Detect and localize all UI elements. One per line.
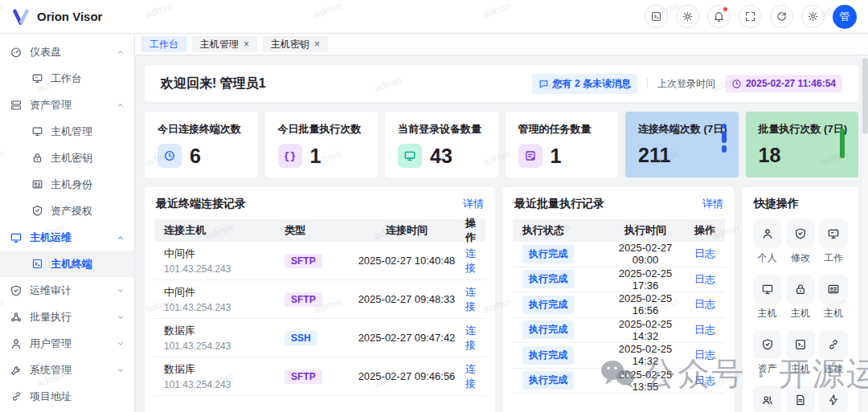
last-login-time-badge: 2025-02-27 11:46:54: [725, 75, 842, 92]
link-icon: [10, 390, 23, 403]
tab-host-management[interactable]: 主机管理 ×: [192, 36, 257, 52]
connect-link[interactable]: 连接: [465, 363, 476, 390]
quick-action-files[interactable]: 文件: [785, 385, 815, 412]
refresh-icon[interactable]: [770, 5, 793, 28]
batch-records-card: 最近批量执行记录 详情 执行状态 执行时间 操作 执行完成 2025-02-27…: [503, 187, 735, 412]
file-icon: [786, 385, 815, 412]
stat-card-managed-tasks: 管理的任务数量 1: [506, 112, 619, 177]
log-link[interactable]: 日志: [694, 298, 715, 310]
chevron-up-icon: [117, 48, 125, 56]
chevron-down-icon: [117, 287, 125, 295]
notification-bell-icon[interactable]: [707, 5, 731, 28]
table-row: 中间件101.43.254.243 SFTP 2025-02-27 10:40:…: [154, 242, 485, 280]
app-logo: Orion Visor: [11, 7, 102, 27]
sidebar-item-host-terminal[interactable]: 主机终端: [0, 251, 134, 277]
table-row: 数据库101.43.254.243 SSH 2025-02-27 09:47:4…: [154, 319, 485, 357]
sidebar-item-host-ops[interactable]: 主机运维: [0, 224, 134, 251]
sidebar-item-host-identity[interactable]: 主机身份: [0, 171, 134, 198]
sidebar-item-dashboard[interactable]: 仪表盘: [0, 39, 134, 65]
chevron-down-icon: [117, 366, 125, 374]
mini-bar-sparkline: [722, 124, 727, 153]
log-link[interactable]: 日志: [694, 374, 715, 386]
mini-bar-sparkline: [840, 128, 845, 158]
assets-icon: [10, 99, 23, 112]
batch-details-link[interactable]: 详情: [702, 197, 723, 211]
tab-bar: 工作台 主机管理 × 主机密钥 ×: [135, 34, 868, 55]
workbench-icon: [31, 72, 43, 85]
type-badge: SFTP: [285, 254, 322, 268]
terminal-icon: [31, 258, 43, 271]
theme-icon[interactable]: [676, 5, 699, 28]
vertical-scrollbar[interactable]: [861, 56, 868, 412]
log-link[interactable]: 日志: [694, 349, 715, 361]
quick-action-online[interactable]: 在线: [752, 385, 782, 412]
tab-label: 主机密钥: [271, 38, 309, 51]
terminal-details-link[interactable]: 详情: [463, 197, 484, 211]
tab-host-key[interactable]: 主机密钥 ×: [263, 36, 328, 52]
table-row: 中间件101.43.254.243 SFTP 2025-02-27 09:48:…: [154, 280, 485, 319]
sidebar-item-ops-audit[interactable]: 运维审计: [0, 277, 134, 304]
host-manage-icon: [31, 125, 43, 138]
tab-close-icon[interactable]: ×: [314, 39, 320, 49]
table-row: 执行完成 2025-02-25 17:36 日志: [513, 267, 725, 293]
system-wrench-icon: [10, 364, 23, 377]
quick-action-host-terminal[interactable]: 主机: [785, 330, 815, 376]
tab-close-icon[interactable]: ×: [244, 39, 249, 49]
user-avatar[interactable]: 管: [833, 5, 857, 29]
sidebar-item-batch-exec[interactable]: 批量执行: [0, 304, 134, 330]
chevron-down-icon: [117, 340, 125, 348]
person-icon: [753, 219, 782, 248]
quick-action-workbench[interactable]: 工作: [819, 219, 849, 265]
settings-gear-icon[interactable]: [801, 5, 825, 28]
status-badge: 执行完成: [522, 296, 574, 314]
quick-action-modify[interactable]: 修改: [785, 219, 815, 265]
scrollbar-thumb[interactable]: [862, 58, 868, 134]
bottom-row: 最近终端连接记录 详情 连接主机 类型 连接时间 操作 中间件101.43.25…: [145, 187, 858, 412]
stat-card-terminal-7d: 连接终端次数 (7日) 211: [625, 112, 739, 177]
chevron-up-icon: [117, 101, 125, 109]
tab-workbench[interactable]: 工作台: [141, 36, 186, 52]
topbar-actions: 管: [645, 5, 857, 29]
quick-action-connect[interactable]: 连接: [819, 330, 849, 376]
orion-visor-logo-icon: [11, 7, 31, 27]
connect-link[interactable]: 连接: [465, 286, 476, 312]
fullscreen-icon[interactable]: [739, 5, 762, 28]
main-area: 工作台 主机管理 × 主机密钥 × 欢迎回来! 管理员1 您有 2 条未读消息: [135, 34, 868, 412]
status-badge: 执行完成: [522, 346, 574, 365]
log-link[interactable]: 日志: [694, 273, 715, 285]
audit-icon: [10, 284, 23, 297]
sidebar-item-host-key[interactable]: 主机密钥: [0, 145, 134, 171]
log-link[interactable]: 日志: [694, 247, 715, 259]
quick-action-host-identity[interactable]: 主机: [819, 275, 849, 320]
sidebar-item-user-management[interactable]: 用户管理: [0, 330, 134, 357]
table-header: 执行状态 执行时间 操作: [513, 219, 725, 242]
connect-link[interactable]: 连接: [465, 324, 476, 351]
quick-action-host-key[interactable]: 主机: [785, 275, 815, 320]
sidebar-item-system-management[interactable]: 系统管理: [0, 357, 134, 383]
sidebar-item-asset-management[interactable]: 资产管理: [0, 92, 134, 118]
chevron-down-icon: [117, 313, 125, 321]
status-badge: 执行完成: [522, 245, 574, 263]
stat-card-terminal-today: 今日连接终端次数 6: [145, 112, 258, 177]
log-link[interactable]: 日志: [694, 324, 715, 336]
sidebar-item-host-management[interactable]: 主机管理: [0, 118, 134, 145]
unread-messages-badge[interactable]: 您有 2 条未读消息: [532, 74, 637, 94]
host-key-icon: [31, 152, 43, 165]
terminal-records-card: 最近终端连接记录 详情 连接主机 类型 连接时间 操作 中间件101.43.25…: [145, 187, 495, 412]
quick-action-host[interactable]: 主机: [752, 275, 782, 320]
quick-action-command[interactable]: 命令: [819, 385, 849, 412]
console-icon[interactable]: [645, 5, 668, 28]
quick-action-personal[interactable]: 个人: [752, 219, 782, 265]
sidebar-item-label: 批量执行: [30, 310, 72, 324]
sidebar-item-label: 主机运维: [30, 230, 72, 245]
clock-icon: [731, 79, 742, 89]
sidebar-item-project-link[interactable]: 项目地址: [0, 383, 134, 410]
quick-action-asset[interactable]: 资产: [752, 330, 782, 376]
monitor-icon: [398, 144, 422, 168]
table-row: 执行完成 2025-02-25 14:32 日志: [513, 343, 725, 369]
sidebar-item-workbench[interactable]: 工作台: [0, 65, 134, 92]
sidebar-item-asset-grant[interactable]: 资产授权: [0, 198, 134, 224]
connect-link[interactable]: 连接: [465, 247, 476, 274]
asset-grant-icon: [31, 205, 43, 218]
sidebar-item-label: 运维审计: [30, 284, 72, 298]
